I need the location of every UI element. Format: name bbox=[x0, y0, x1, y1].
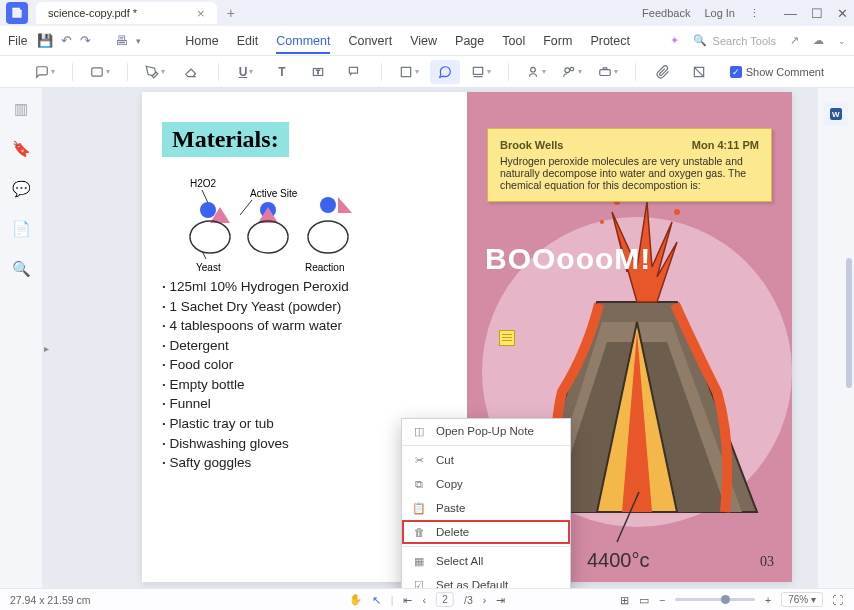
svg-text:T: T bbox=[316, 69, 320, 75]
boom-text: BOOoooM! bbox=[485, 242, 651, 276]
attachments-panel-icon[interactable]: 📄 bbox=[12, 220, 31, 238]
show-comment-toggle[interactable]: ✓ Show Comment bbox=[730, 66, 824, 78]
comments-panel-icon[interactable]: 💬 bbox=[12, 180, 31, 198]
bookmarks-icon[interactable]: 🔖 bbox=[12, 140, 31, 158]
svg-rect-0 bbox=[92, 67, 103, 75]
callout-tool[interactable] bbox=[339, 60, 369, 84]
ai-icon[interactable]: ✦ bbox=[670, 34, 679, 47]
file-menu[interactable]: File bbox=[8, 34, 27, 48]
sticky-note-marker[interactable] bbox=[499, 330, 515, 346]
search-panel-icon[interactable]: 🔍 bbox=[12, 260, 31, 278]
pencil-tool[interactable]: ▾ bbox=[140, 60, 170, 84]
label-reaction: Reaction bbox=[305, 262, 344, 273]
menubar: File 💾 ↶ ↷ 🖶 ▾ Home Edit Comment Convert… bbox=[0, 26, 854, 56]
stamp-tool[interactable]: ▾ bbox=[466, 60, 496, 84]
close-tab-icon[interactable]: × bbox=[197, 6, 205, 21]
fit-page-icon[interactable]: ▭ bbox=[639, 594, 649, 606]
select-tool-icon[interactable]: ↖ bbox=[372, 594, 381, 606]
textbox-tool[interactable]: T bbox=[303, 60, 333, 84]
tab-edit[interactable]: Edit bbox=[237, 28, 259, 54]
user-stamp-tool[interactable]: ▾ bbox=[557, 60, 587, 84]
last-page-icon[interactable]: ⇥ bbox=[496, 594, 505, 606]
maximize-icon[interactable]: ☐ bbox=[811, 6, 823, 21]
sticky-body: Hydrogen peroxide molecules are very uns… bbox=[500, 155, 759, 191]
first-page-icon[interactable]: ⇤ bbox=[403, 594, 412, 606]
page-total: /3 bbox=[464, 594, 473, 606]
print-icon[interactable]: 🖶 bbox=[115, 33, 128, 48]
page-input[interactable]: 2 bbox=[436, 592, 454, 607]
svg-rect-3 bbox=[349, 67, 357, 73]
highlight-tool[interactable]: ▾ bbox=[85, 60, 115, 84]
sidebar-collapse-handle[interactable]: ▸ bbox=[42, 333, 50, 363]
feedback-link[interactable]: Feedback bbox=[642, 7, 690, 19]
svg-text:W: W bbox=[832, 110, 840, 119]
zoom-level[interactable]: 76% ▾ bbox=[781, 592, 823, 607]
approve-stamp-tool[interactable]: ▾ bbox=[593, 60, 623, 84]
undo-icon[interactable]: ↶ bbox=[61, 33, 72, 48]
page-dimensions: 27.94 x 21.59 cm bbox=[10, 594, 91, 606]
sticky-time: Mon 4:11 PM bbox=[692, 139, 759, 151]
zoom-out-icon[interactable]: − bbox=[659, 594, 665, 606]
tab-convert[interactable]: Convert bbox=[348, 28, 392, 54]
close-window-icon[interactable]: ✕ bbox=[837, 6, 848, 21]
login-link[interactable]: Log In bbox=[704, 7, 735, 19]
sticky-author: Brook Wells bbox=[500, 139, 563, 151]
minimize-icon[interactable]: — bbox=[784, 6, 797, 21]
list-item: 1 Sachet Dry Yeast (powder) bbox=[162, 297, 447, 317]
search-tools[interactable]: 🔍 Search Tools bbox=[693, 34, 776, 47]
zoom-slider[interactable] bbox=[675, 598, 755, 601]
cut-icon: ✂ bbox=[412, 453, 426, 467]
note-tool[interactable]: ▾ bbox=[30, 60, 60, 84]
svg-marker-18 bbox=[338, 197, 352, 213]
ctx-delete[interactable]: 🗑Delete bbox=[402, 520, 570, 544]
share-icon[interactable]: ↗ bbox=[790, 34, 799, 47]
redo-icon[interactable]: ↷ bbox=[80, 33, 91, 48]
popup-icon: ◫ bbox=[412, 424, 426, 438]
tab-page[interactable]: Page bbox=[455, 28, 484, 54]
signature-tool[interactable]: ▾ bbox=[521, 60, 551, 84]
attachment-tool[interactable] bbox=[648, 60, 678, 84]
chevron-down-icon[interactable]: ⌄ bbox=[838, 36, 846, 46]
ctx-open-popup[interactable]: ◫Open Pop-Up Note bbox=[402, 419, 570, 443]
tab-comment[interactable]: Comment bbox=[276, 28, 330, 54]
cloud-icon[interactable]: ☁ bbox=[813, 34, 824, 47]
print-dropdown-icon[interactable]: ▾ bbox=[136, 36, 141, 46]
ctx-set-default[interactable]: ☑Set as Default bbox=[402, 573, 570, 588]
sticky-note-tool[interactable] bbox=[430, 60, 460, 84]
tab-view[interactable]: View bbox=[410, 28, 437, 54]
ctx-copy[interactable]: ⧉Copy bbox=[402, 472, 570, 496]
prev-page-icon[interactable]: ‹ bbox=[422, 594, 426, 606]
document-canvas[interactable]: ▸ Materials: H2O2 Active Site bbox=[42, 88, 818, 588]
underline-tool[interactable]: U▾ bbox=[231, 60, 261, 84]
new-tab-button[interactable]: + bbox=[227, 5, 235, 21]
list-item: Empty bottle bbox=[162, 375, 447, 395]
tab-home[interactable]: Home bbox=[185, 28, 218, 54]
document-tab[interactable]: science-copy.pdf * × bbox=[36, 2, 217, 24]
tab-tool[interactable]: Tool bbox=[502, 28, 525, 54]
word-export-icon[interactable]: W bbox=[824, 102, 848, 126]
hide-comments-tool[interactable] bbox=[684, 60, 714, 84]
svg-rect-5 bbox=[473, 67, 482, 74]
label-active-site: Active Site bbox=[250, 188, 298, 199]
list-item: 125ml 10% Hydrogen Peroxid bbox=[162, 277, 447, 297]
thumbnails-icon[interactable]: ▥ bbox=[14, 100, 28, 118]
ctx-paste[interactable]: 📋Paste bbox=[402, 496, 570, 520]
kebab-icon[interactable]: ⋮ bbox=[749, 7, 760, 20]
hand-tool-icon[interactable]: ✋ bbox=[349, 593, 362, 606]
save-icon[interactable]: 💾 bbox=[37, 33, 53, 48]
tab-form[interactable]: Form bbox=[543, 28, 572, 54]
tab-protect[interactable]: Protect bbox=[590, 28, 630, 54]
sticky-note-popup[interactable]: Brook Wells Mon 4:11 PM Hydrogen peroxid… bbox=[487, 128, 772, 202]
next-page-icon[interactable]: › bbox=[483, 594, 487, 606]
fullscreen-icon[interactable]: ⛶ bbox=[833, 594, 844, 606]
eraser-tool[interactable] bbox=[176, 60, 206, 84]
svg-point-6 bbox=[531, 67, 536, 72]
zoom-in-icon[interactable]: + bbox=[765, 594, 771, 606]
ctx-select-all[interactable]: ▦Select All bbox=[402, 549, 570, 573]
ctx-cut[interactable]: ✂Cut bbox=[402, 448, 570, 472]
vertical-scrollbar[interactable] bbox=[846, 258, 852, 388]
shape-tool[interactable]: ▾ bbox=[394, 60, 424, 84]
app-logo bbox=[6, 2, 28, 24]
text-tool[interactable]: T bbox=[267, 60, 297, 84]
fit-width-icon[interactable]: ⊞ bbox=[620, 594, 629, 606]
